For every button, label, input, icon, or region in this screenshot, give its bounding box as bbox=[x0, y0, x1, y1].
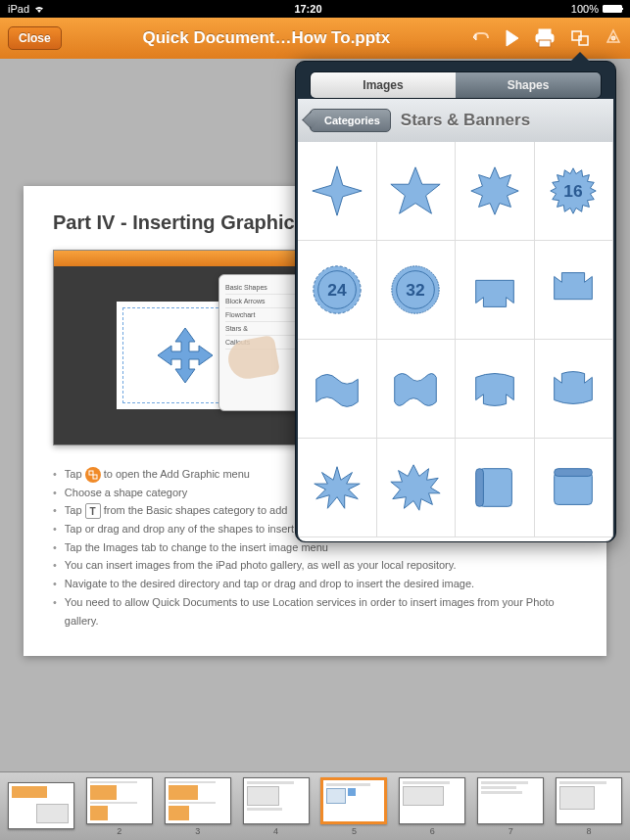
status-time: 17:20 bbox=[294, 3, 321, 15]
svg-rect-7 bbox=[93, 475, 97, 479]
device-label: iPad bbox=[8, 3, 29, 15]
print-icon[interactable] bbox=[534, 28, 556, 48]
svg-point-5 bbox=[611, 36, 615, 40]
tab-shapes[interactable]: Shapes bbox=[456, 72, 601, 98]
svg-text:16: 16 bbox=[564, 181, 584, 201]
wifi-icon bbox=[33, 4, 45, 14]
shape-grid: 16 24 32 bbox=[298, 142, 613, 541]
close-button[interactable]: Close bbox=[8, 26, 62, 50]
status-bar: iPad 17:20 100% bbox=[0, 0, 630, 18]
category-title: Stars & Banners bbox=[401, 111, 530, 130]
battery-icon bbox=[603, 5, 622, 13]
categories-back-button[interactable]: Categories bbox=[310, 109, 391, 132]
shape-explosion-1[interactable] bbox=[298, 439, 377, 537]
shape-5point-star[interactable] bbox=[377, 142, 457, 241]
svg-rect-2 bbox=[539, 40, 551, 47]
play-icon[interactable] bbox=[505, 29, 520, 47]
shape-32point-seal[interactable]: 32 bbox=[377, 241, 457, 340]
shape-curved-ribbon-up[interactable] bbox=[456, 340, 535, 439]
add-graphic-icon[interactable] bbox=[569, 28, 591, 48]
slide-thumb-7[interactable] bbox=[477, 777, 544, 824]
add-graphic-inline-icon bbox=[85, 467, 101, 483]
slide-thumb-2[interactable] bbox=[86, 777, 153, 824]
shape-24point-seal[interactable]: 24 bbox=[298, 241, 377, 340]
text-shape-inline-icon: T bbox=[85, 503, 101, 519]
shapes-popover: Images Shapes Categories Stars & Banners… bbox=[295, 61, 616, 542]
battery-percent: 100% bbox=[571, 3, 599, 15]
svg-text:32: 32 bbox=[407, 280, 425, 300]
shape-vertical-scroll[interactable] bbox=[456, 439, 535, 537]
shape-ribbon-down[interactable] bbox=[535, 241, 614, 340]
svg-rect-18 bbox=[555, 469, 593, 477]
shape-16point-seal[interactable]: 16 bbox=[535, 142, 614, 241]
slide-thumb-6[interactable] bbox=[399, 777, 465, 824]
svg-rect-16 bbox=[475, 469, 483, 507]
tab-images[interactable]: Images bbox=[311, 72, 456, 98]
shape-4point-star[interactable] bbox=[298, 142, 377, 241]
svg-rect-15 bbox=[479, 469, 511, 507]
shape-ribbon-up[interactable] bbox=[456, 241, 535, 340]
shape-explosion-2[interactable] bbox=[377, 439, 457, 537]
shape-wave-single[interactable] bbox=[298, 340, 377, 439]
slide-thumb-3[interactable] bbox=[165, 777, 231, 824]
slide-thumb-4[interactable] bbox=[243, 777, 310, 824]
document-title: Quick Document…How To.pptx bbox=[72, 28, 461, 48]
svg-rect-6 bbox=[89, 471, 93, 475]
shape-8point-star[interactable] bbox=[456, 142, 535, 241]
slide-thumb-8[interactable] bbox=[556, 777, 622, 824]
shape-horizontal-scroll[interactable] bbox=[535, 439, 614, 537]
main-toolbar: Close Quick Document…How To.pptx bbox=[0, 18, 630, 59]
popover-tabs: Images Shapes bbox=[310, 71, 602, 99]
slide-thumb-1[interactable] bbox=[8, 782, 74, 829]
svg-text:24: 24 bbox=[327, 280, 347, 300]
undo-icon[interactable] bbox=[471, 28, 491, 48]
shape-curved-ribbon-down[interactable] bbox=[535, 340, 614, 439]
shape-wave-double[interactable] bbox=[377, 340, 457, 439]
svg-rect-0 bbox=[539, 29, 551, 34]
embedded-screenshot: Basic Shapes Block Arrows Flowchart Star… bbox=[53, 250, 317, 445]
tools-icon[interactable] bbox=[605, 28, 622, 48]
thumbnail-strip: 2 3 4 5 6 7 8 bbox=[0, 771, 630, 840]
svg-rect-17 bbox=[555, 473, 593, 505]
slide-thumb-5[interactable] bbox=[320, 777, 387, 824]
